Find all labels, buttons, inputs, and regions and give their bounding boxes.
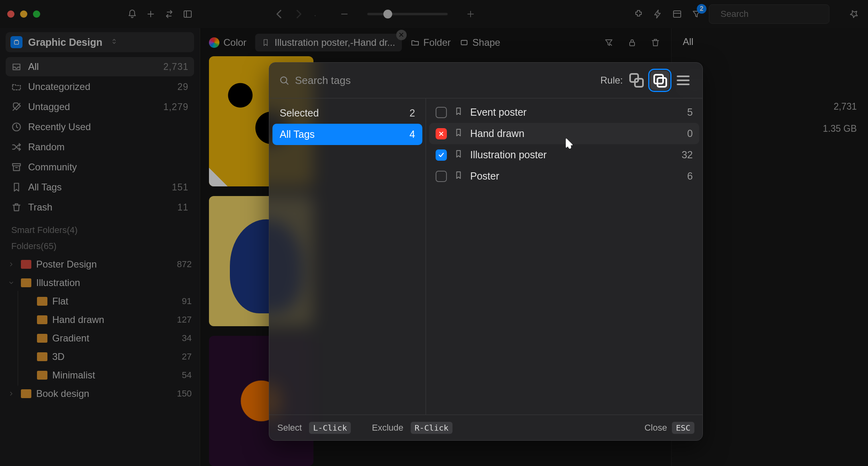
tag-row-hand-drawn[interactable]: Hand drawn 0 — [429, 123, 699, 144]
checkbox-empty-icon[interactable] — [436, 171, 447, 182]
rule-options-button[interactable] — [674, 71, 693, 90]
tag-search-input[interactable] — [295, 74, 595, 87]
bookmark-icon — [454, 128, 463, 139]
tag-row-illustration-poster[interactable]: Illustration poster 32 — [429, 144, 699, 166]
tag-group-selected[interactable]: Selected 2 — [272, 102, 422, 124]
bookmark-icon — [454, 170, 463, 182]
search-icon — [279, 75, 289, 86]
rule-and-button[interactable] — [650, 71, 669, 90]
svg-rect-11 — [654, 75, 663, 84]
kbd-esc: ESC — [672, 422, 694, 434]
checkbox-checked-icon[interactable] — [436, 149, 447, 161]
footer-close-label: Close — [645, 423, 667, 433]
tag-row-event-poster[interactable]: Event poster 5 — [429, 102, 699, 123]
tag-filter-popover: Rule: Selected 2 All Tags 4 — [269, 62, 703, 441]
checkbox-exclude-icon[interactable] — [436, 128, 447, 139]
bookmark-icon — [454, 149, 463, 161]
footer-select-label: Select — [277, 423, 302, 433]
tag-row-poster[interactable]: Poster 6 — [429, 166, 699, 187]
tag-group-all[interactable]: All Tags 4 — [272, 124, 422, 145]
rule-or-button[interactable] — [627, 71, 646, 90]
checkbox-empty-icon[interactable] — [436, 107, 447, 118]
rule-label: Rule: — [600, 75, 623, 86]
svg-rect-12 — [657, 78, 666, 87]
kbd-lclick: L-Click — [309, 422, 351, 434]
kbd-rclick: R-Click — [411, 422, 452, 434]
footer-exclude-label: Exclude — [372, 423, 403, 433]
bookmark-icon — [454, 106, 463, 118]
